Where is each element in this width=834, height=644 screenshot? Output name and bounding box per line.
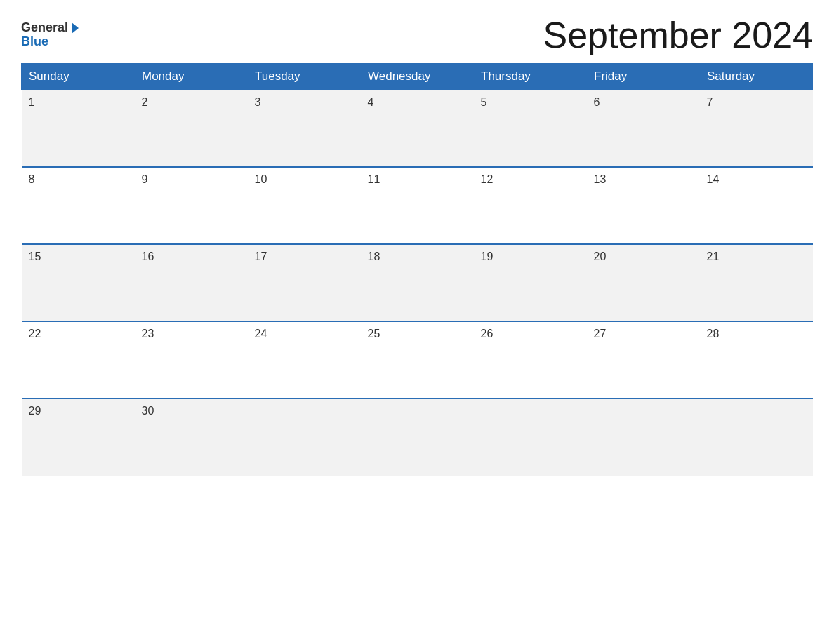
calendar-cell: 20	[587, 244, 700, 321]
day-number: 13	[594, 173, 693, 186]
day-number: 11	[368, 173, 467, 186]
day-number: 29	[29, 405, 128, 417]
calendar-cell: 18	[361, 244, 474, 321]
calendar-cell: 13	[587, 167, 700, 244]
logo-blue-text: Blue	[21, 35, 79, 49]
calendar-cell: 27	[587, 321, 700, 398]
day-number: 22	[29, 328, 128, 340]
day-number: 17	[255, 250, 354, 263]
day-number: 3	[255, 96, 354, 109]
day-number: 6	[594, 96, 693, 109]
day-number: 8	[29, 173, 128, 186]
day-number: 30	[142, 405, 241, 417]
calendar-cell: 22	[22, 321, 135, 398]
day-number: 21	[707, 250, 806, 263]
calendar-week-row: 1234567	[22, 90, 813, 167]
calendar-cell: 1	[22, 90, 135, 167]
calendar-cell: 29	[22, 398, 135, 476]
calendar-week-row: 891011121314	[22, 167, 813, 244]
calendar-cell: 9	[135, 167, 248, 244]
day-header-monday: Monday	[135, 64, 248, 90]
day-number: 18	[368, 250, 467, 263]
calendar-cell: 17	[248, 244, 361, 321]
calendar-week-row: 2930	[22, 398, 813, 476]
day-header-thursday: Thursday	[474, 64, 587, 90]
calendar-cell: 10	[248, 167, 361, 244]
calendar-cell: 15	[22, 244, 135, 321]
day-number: 12	[481, 173, 580, 186]
day-number: 5	[481, 96, 580, 109]
calendar-cell: 19	[474, 244, 587, 321]
day-number: 20	[594, 250, 693, 263]
day-number: 7	[707, 96, 806, 109]
day-header-saturday: Saturday	[700, 64, 813, 90]
calendar-cell	[587, 398, 700, 476]
day-number: 9	[142, 173, 241, 186]
day-number: 10	[255, 173, 354, 186]
day-header-tuesday: Tuesday	[248, 64, 361, 90]
day-number: 24	[255, 328, 354, 340]
calendar-cell: 26	[474, 321, 587, 398]
day-header-friday: Friday	[587, 64, 700, 90]
day-header-wednesday: Wednesday	[361, 64, 474, 90]
day-number: 26	[481, 328, 580, 340]
day-number: 28	[707, 328, 806, 340]
calendar-cell: 5	[474, 90, 587, 167]
calendar-cell: 4	[361, 90, 474, 167]
calendar-cell: 14	[700, 167, 813, 244]
day-number: 19	[481, 250, 580, 263]
calendar-cell	[248, 398, 361, 476]
calendar-cell: 16	[135, 244, 248, 321]
calendar-cell: 28	[700, 321, 813, 398]
calendar-week-row: 22232425262728	[22, 321, 813, 398]
logo: General Blue	[21, 21, 79, 49]
calendar-cell: 3	[248, 90, 361, 167]
day-number: 15	[29, 250, 128, 263]
header: General Blue September 2024	[21, 14, 813, 56]
day-number: 1	[29, 96, 128, 109]
day-number: 2	[142, 96, 241, 109]
logo-arrow-icon	[72, 22, 79, 34]
day-number: 4	[368, 96, 467, 109]
calendar-cell: 11	[361, 167, 474, 244]
calendar-header-row: SundayMondayTuesdayWednesdayThursdayFrid…	[22, 64, 813, 90]
day-number: 16	[142, 250, 241, 263]
calendar-table: SundayMondayTuesdayWednesdayThursdayFrid…	[21, 63, 813, 476]
calendar-cell: 23	[135, 321, 248, 398]
day-number: 14	[707, 173, 806, 186]
logo-general-text: General	[21, 21, 68, 35]
month-title: September 2024	[543, 14, 814, 56]
calendar-cell: 12	[474, 167, 587, 244]
day-number: 25	[368, 328, 467, 340]
day-number: 27	[594, 328, 693, 340]
calendar-cell: 7	[700, 90, 813, 167]
day-number: 23	[142, 328, 241, 340]
calendar-cell: 8	[22, 167, 135, 244]
calendar-cell: 24	[248, 321, 361, 398]
calendar-cell: 2	[135, 90, 248, 167]
calendar-week-row: 15161718192021	[22, 244, 813, 321]
calendar-cell: 6	[587, 90, 700, 167]
calendar-cell	[361, 398, 474, 476]
day-header-sunday: Sunday	[22, 64, 135, 90]
calendar-cell: 25	[361, 321, 474, 398]
calendar-cell	[700, 398, 813, 476]
calendar-cell	[474, 398, 587, 476]
calendar-cell: 21	[700, 244, 813, 321]
calendar-cell: 30	[135, 398, 248, 476]
